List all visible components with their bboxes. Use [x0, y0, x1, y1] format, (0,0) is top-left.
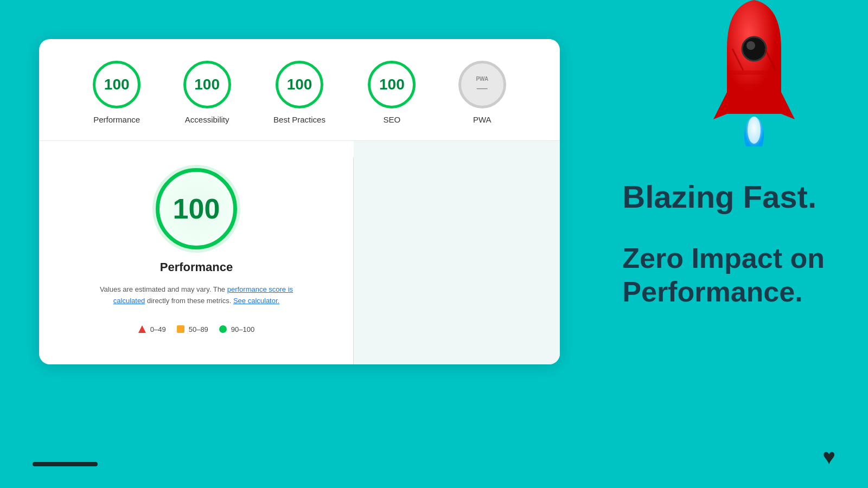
- pwa-tag: PWA: [476, 76, 488, 82]
- orange-range: 50–89: [189, 325, 208, 333]
- rocket-image: [684, 0, 803, 146]
- desc-before-link: Values are estimated and may vary. The: [100, 285, 227, 293]
- score-item-performance: 100 Performance: [93, 61, 141, 124]
- best-practices-value: 100: [287, 76, 312, 93]
- performance-value: 100: [104, 76, 130, 93]
- lighthouse-card: 100 Performance 100 Accessibility 100 Be…: [39, 39, 560, 364]
- legend-orange: 50–89: [177, 325, 208, 333]
- pwa-dash: —: [477, 82, 488, 93]
- marketing-text: Blazing Fast. Zero Impact on Performance…: [622, 179, 825, 309]
- green-circle-icon: [219, 325, 227, 333]
- accessibility-label: Accessibility: [185, 115, 229, 124]
- zero-impact-line3: Performance.: [622, 276, 802, 307]
- zero-impact-text: Zero Impact on Performance.: [622, 241, 825, 309]
- accessibility-circle: 100: [183, 61, 231, 108]
- performance-label: Performance: [93, 115, 140, 124]
- score-item-pwa: PWA — PWA: [458, 61, 506, 124]
- best-practices-label: Best Practices: [273, 115, 326, 124]
- pwa-label: PWA: [473, 115, 492, 124]
- red-range: 0–49: [150, 325, 166, 333]
- performance-main-label: Performance: [160, 260, 233, 274]
- description: Values are estimated and may vary. The p…: [88, 284, 305, 307]
- score-item-best-practices: 100 Best Practices: [273, 61, 326, 124]
- legend-red: 0–49: [138, 325, 166, 333]
- desc-middle: directly from these metrics.: [145, 297, 233, 305]
- orange-square-icon: [177, 325, 184, 333]
- scores-row: 100 Performance 100 Accessibility 100 Be…: [39, 39, 560, 141]
- bottom-bar: [33, 462, 98, 466]
- heart-icon: ♥: [822, 445, 835, 469]
- legend: 0–49 50–89 90–100: [138, 325, 254, 333]
- pwa-circle: PWA —: [458, 61, 506, 108]
- score-item-seo: 100 SEO: [368, 61, 416, 124]
- zero-impact-line2: Zero Impact on: [622, 242, 825, 274]
- left-panel: 100 Performance Values are estimated and…: [39, 141, 354, 364]
- svg-rect-4: [727, 70, 781, 75]
- red-triangle-icon: [138, 325, 146, 333]
- performance-circle: 100: [93, 61, 141, 108]
- green-range: 90–100: [231, 325, 254, 333]
- svg-point-3: [746, 41, 755, 50]
- best-practices-circle: 100: [276, 61, 323, 108]
- svg-point-2: [742, 37, 766, 61]
- rocket-svg: [684, 0, 803, 146]
- seo-label: SEO: [384, 115, 401, 124]
- seo-value: 100: [379, 76, 405, 93]
- svg-rect-5: [727, 84, 781, 88]
- big-performance-value: 100: [173, 192, 220, 225]
- big-performance-circle: 100: [156, 168, 237, 249]
- accessibility-value: 100: [194, 76, 220, 93]
- svg-point-1: [748, 117, 761, 144]
- calculator-link[interactable]: See calculator.: [233, 297, 279, 305]
- blazing-fast-text: Blazing Fast.: [622, 179, 825, 214]
- seo-circle: 100: [368, 61, 416, 108]
- main-content: 100 Performance Values are estimated and…: [39, 141, 560, 364]
- legend-green: 90–100: [219, 325, 254, 333]
- right-panel: [354, 141, 560, 364]
- svg-rect-6: [727, 98, 781, 102]
- score-item-accessibility: 100 Accessibility: [183, 61, 231, 124]
